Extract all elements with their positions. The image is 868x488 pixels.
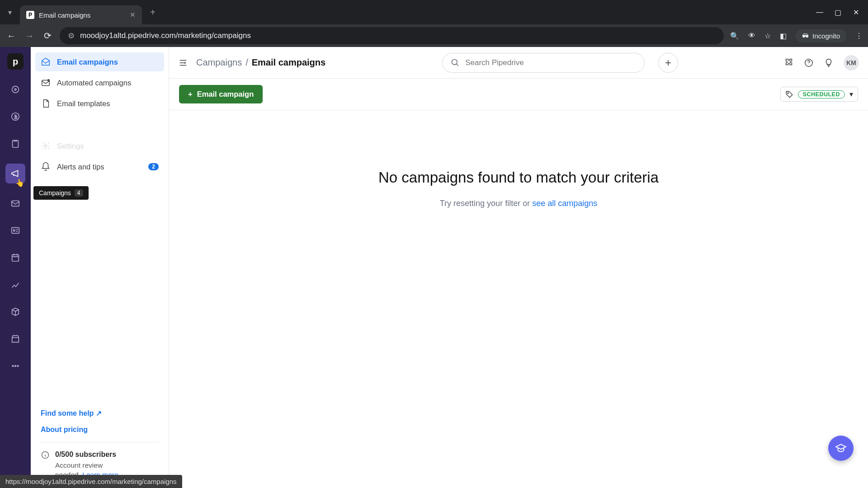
kebab-menu-icon[interactable]: ⋮ xyxy=(855,32,863,40)
close-tab-icon[interactable]: ✕ xyxy=(130,11,136,19)
lightbulb-icon[interactable] xyxy=(824,58,834,68)
svg-point-17 xyxy=(788,92,788,93)
favicon-icon: P xyxy=(26,11,34,19)
bell-icon xyxy=(41,162,51,172)
close-window-icon[interactable]: ✕ xyxy=(852,8,860,17)
graduation-cap-icon xyxy=(835,442,847,454)
filter-dropdown[interactable]: SCHEDULED ▾ xyxy=(780,87,858,102)
sidebar: Email campaigns Automated campaigns Emai… xyxy=(31,47,169,488)
content-area: Campaigns / Email campaigns KM + Email xyxy=(169,47,868,488)
rail-more-icon[interactable] xyxy=(8,359,23,373)
user-avatar[interactable]: KM xyxy=(844,55,859,70)
info-desc-line1: Account review xyxy=(55,461,103,469)
filter-value: SCHEDULED xyxy=(798,90,845,99)
subscriber-count: 0/500 subscribers xyxy=(55,450,118,459)
search-icon xyxy=(451,58,460,67)
rail-tooltip-count: 4 xyxy=(75,189,83,197)
rail-leads-icon[interactable] xyxy=(8,82,23,97)
search-box[interactable] xyxy=(442,53,645,73)
svg-point-0 xyxy=(12,86,19,93)
breadcrumb: Campaigns / Email campaigns xyxy=(196,57,326,68)
tab-title: Email campaigns xyxy=(39,11,90,19)
rail-tooltip: Campaigns 4 xyxy=(33,186,89,200)
breadcrumb-sep: / xyxy=(245,57,248,68)
external-link-icon: ↗ xyxy=(96,409,102,417)
rail-contacts-icon[interactable] xyxy=(8,223,23,238)
info-icon xyxy=(41,450,50,460)
find-help-label: Find some help xyxy=(41,409,94,417)
app-logo-icon[interactable]: p xyxy=(7,53,24,70)
site-settings-icon[interactable]: ⚙ xyxy=(68,31,75,41)
url-text: moodjoy1altd.pipedrive.com/marketing/cam… xyxy=(80,31,251,40)
panel-icon[interactable]: ◧ xyxy=(780,32,787,40)
help-icon[interactable] xyxy=(804,58,814,68)
about-pricing-link[interactable]: About pricing xyxy=(41,426,159,434)
rail-deals-icon[interactable] xyxy=(8,109,23,124)
incognito-icon: 🕶 xyxy=(802,32,809,40)
sidebar-item-label: Email campaigns xyxy=(57,58,118,66)
browser-status-bar: https://moodjoy1altd.pipedrive.com/marke… xyxy=(0,475,182,488)
tab-dropdown-icon[interactable]: ▾ xyxy=(4,6,16,19)
bookmark-star-icon[interactable]: ☆ xyxy=(764,32,771,40)
sidebar-item-settings[interactable]: Settings xyxy=(35,136,164,155)
chevron-down-icon: ▾ xyxy=(849,90,853,99)
svg-point-10 xyxy=(17,366,19,367)
rail-activities-icon[interactable] xyxy=(8,250,23,265)
nav-rail: p 👆 xyxy=(0,47,31,488)
rail-marketplace-icon[interactable] xyxy=(8,332,23,346)
sidebar-item-label: Email templates xyxy=(57,99,110,108)
maximize-icon[interactable]: ▢ xyxy=(834,8,842,17)
envelope-auto-icon xyxy=(41,78,51,88)
create-campaign-label: Email campaign xyxy=(197,90,254,99)
search-icon[interactable]: 🔍 xyxy=(730,32,739,40)
gear-icon xyxy=(41,141,51,151)
cursor-hand-icon: 👆 xyxy=(15,178,24,187)
file-icon xyxy=(41,99,51,108)
back-icon[interactable]: ← xyxy=(5,31,17,41)
svg-point-6 xyxy=(13,230,15,231)
academy-fab[interactable] xyxy=(828,436,854,461)
search-input[interactable] xyxy=(465,58,636,67)
collapse-sidebar-button[interactable] xyxy=(178,58,188,68)
reload-icon[interactable]: ⟳ xyxy=(42,30,53,41)
sidebar-item-email-campaigns[interactable]: Email campaigns xyxy=(35,52,164,71)
find-help-link[interactable]: Find some help ↗ xyxy=(41,409,159,418)
actionbar: + Email campaign SCHEDULED ▾ xyxy=(169,79,868,110)
sidebar-item-email-templates[interactable]: Email templates xyxy=(35,94,164,113)
breadcrumb-current: Email campaigns xyxy=(252,57,326,68)
eye-off-icon[interactable]: 👁 xyxy=(748,32,755,40)
svg-point-15 xyxy=(452,59,458,65)
svg-point-13 xyxy=(44,145,47,147)
svg-point-9 xyxy=(15,366,16,367)
alerts-badge: 2 xyxy=(148,163,159,170)
incognito-indicator[interactable]: 🕶 Incognito xyxy=(796,29,846,42)
browser-tab[interactable]: P Email campaigns ✕ xyxy=(20,5,142,24)
minimize-icon[interactable]: — xyxy=(816,8,824,17)
rail-mail-icon[interactable] xyxy=(8,196,23,211)
sidebar-item-label: Settings xyxy=(57,142,84,150)
see-all-link[interactable]: see all campaigns xyxy=(532,199,597,208)
rail-campaigns-icon[interactable]: 👆 xyxy=(5,164,25,183)
breadcrumb-parent[interactable]: Campaigns xyxy=(196,57,242,68)
tag-icon xyxy=(785,90,793,99)
topbar: Campaigns / Email campaigns KM xyxy=(169,47,868,79)
puzzle-icon[interactable] xyxy=(784,58,794,68)
empty-title: No campaigns found to match your criteri… xyxy=(378,169,659,186)
sidebar-item-label: Automated campaigns xyxy=(57,79,131,87)
new-tab-button[interactable]: + xyxy=(150,7,156,18)
create-campaign-button[interactable]: + Email campaign xyxy=(179,85,263,103)
rail-products-icon[interactable] xyxy=(8,305,23,319)
rail-projects-icon[interactable] xyxy=(8,136,23,151)
svg-rect-4 xyxy=(12,201,19,206)
plus-icon: + xyxy=(188,90,193,99)
empty-state: No campaigns found to match your criteri… xyxy=(169,110,868,488)
svg-point-8 xyxy=(12,366,14,367)
quick-add-button[interactable] xyxy=(658,53,678,73)
rail-insights-icon[interactable] xyxy=(8,277,23,292)
sidebar-item-automated-campaigns[interactable]: Automated campaigns xyxy=(35,73,164,92)
forward-icon: → xyxy=(24,31,35,41)
sidebar-item-alerts[interactable]: Alerts and tips 2 xyxy=(35,157,164,176)
plus-icon xyxy=(664,59,672,67)
url-bar[interactable]: ⚙ moodjoy1altd.pipedrive.com/marketing/c… xyxy=(60,27,724,44)
envelope-open-icon xyxy=(41,57,51,67)
